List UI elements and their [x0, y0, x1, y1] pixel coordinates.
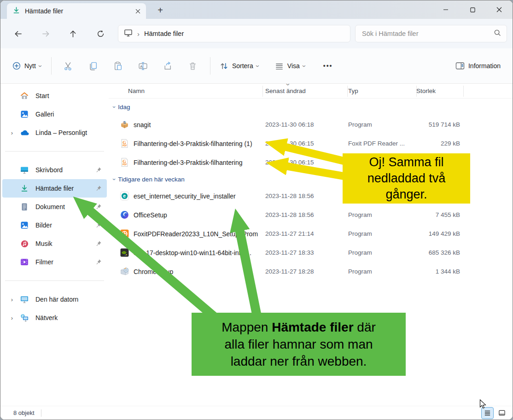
- document-icon: [19, 202, 30, 211]
- desktop-icon: [19, 165, 30, 175]
- sidebar-divider: [5, 280, 104, 281]
- installer-box-icon: [120, 267, 129, 276]
- forward-icon[interactable]: [39, 27, 52, 40]
- column-header-name[interactable]: Namn: [120, 88, 265, 94]
- file-row-snagit[interactable]: S snagit 2023-11-30 06:18 Program 519 71…: [109, 115, 513, 134]
- minimize-button[interactable]: [432, 0, 459, 19]
- column-header-size[interactable]: Storlek: [416, 88, 460, 94]
- sidebar: Start Galleri › Linda – Personligt: [0, 84, 109, 407]
- status-divider: [41, 409, 41, 417]
- file-row-officesetup[interactable]: OfficeSetup 2023-11-28 18:56 Program 7 4…: [109, 205, 513, 224]
- new-button-label: Nytt: [24, 62, 36, 70]
- paste-icon[interactable]: [111, 58, 126, 74]
- copy-icon[interactable]: [86, 58, 101, 74]
- view-button[interactable]: Visa ›: [270, 58, 310, 74]
- pictures-icon: [19, 221, 30, 230]
- gallery-icon: [19, 110, 30, 119]
- tab-bar: Hämtade filer +: [0, 0, 513, 19]
- breadcrumb-chevron-icon[interactable]: ›: [137, 30, 140, 37]
- sidebar-item-musik[interactable]: Musik: [2, 234, 107, 253]
- sidebar-item-hamtade-filer[interactable]: Hämtade filer: [2, 179, 107, 198]
- column-header-date[interactable]: Senast ändrad: [265, 88, 348, 94]
- sidebar-item-onedrive[interactable]: › Linda – Personligt: [2, 123, 107, 142]
- yellow-callout-text: Oj! Samma fil nedladdad två gånger.: [343, 154, 470, 203]
- file-explorer-window: Hämtade filer +: [0, 0, 513, 420]
- home-icon: [19, 91, 30, 100]
- pin-icon: [94, 240, 103, 247]
- navigation-bar: › Hämtade filer: [0, 19, 513, 48]
- more-options-icon[interactable]: •••: [319, 58, 338, 73]
- green-callout-line1: Mappen Hämtade filer där: [192, 319, 406, 336]
- up-icon[interactable]: [66, 27, 79, 40]
- status-bar: 8 objekt: [0, 406, 513, 420]
- green-callout-line3: laddar ner från webben.: [192, 353, 406, 370]
- svg-text:PDF: PDF: [122, 145, 127, 147]
- search-icon[interactable]: [494, 29, 501, 38]
- information-button[interactable]: Information: [451, 58, 505, 74]
- view-button-label: Visa: [287, 62, 300, 70]
- address-bar[interactable]: › Hämtade filer: [118, 25, 350, 42]
- sidebar-item-dokument[interactable]: Dokument: [2, 198, 107, 216]
- this-pc-icon: [19, 295, 30, 304]
- chevron-right-icon[interactable]: ›: [7, 296, 17, 303]
- back-icon[interactable]: [12, 27, 24, 40]
- collapse-chevron-icon[interactable]: ›: [111, 106, 118, 108]
- chevron-right-icon[interactable]: ›: [7, 129, 17, 136]
- chevron-down-icon: ›: [301, 65, 308, 67]
- green-callout: Mappen Hämtade filer där alla filer hamn…: [192, 313, 406, 376]
- tab-hamtade-filer[interactable]: Hämtade filer: [7, 3, 146, 19]
- share-icon[interactable]: [160, 58, 176, 74]
- pdf-file-icon: GPDF: [120, 158, 129, 167]
- videos-icon: [19, 257, 30, 267]
- column-header-type[interactable]: Typ: [348, 88, 416, 94]
- search-box[interactable]: [355, 25, 507, 42]
- svg-text:A: A: [140, 64, 143, 68]
- refresh-icon[interactable]: [94, 27, 107, 40]
- svg-text:PDF: PDF: [122, 163, 127, 166]
- thumbnails-view-button[interactable]: [496, 407, 508, 419]
- tab-close-icon[interactable]: [135, 9, 140, 14]
- office-installer-icon: [120, 210, 129, 220]
- sidebar-item-filmer[interactable]: Filmer: [2, 253, 107, 271]
- eset-installer-icon: e: [120, 191, 129, 201]
- cut-icon[interactable]: [61, 58, 76, 74]
- file-row-chromesetup[interactable]: ChromeSetup 2023-11-27 18:28 Program 1 3…: [109, 262, 513, 281]
- file-row-filhantering-1[interactable]: GPDF Filhantering-del-3-Praktisk-filhant…: [109, 134, 513, 153]
- command-toolbar: Nytt › A Sortera › Visa ›: [0, 48, 513, 84]
- tab-title: Hämtade filer: [25, 7, 131, 15]
- breadcrumb[interactable]: Hämtade filer: [144, 30, 184, 37]
- item-count: 8 objekt: [13, 409, 35, 416]
- network-icon: [19, 313, 30, 322]
- pin-icon: [94, 204, 103, 210]
- green-callout-line2: alla filer hamnar som man: [192, 336, 406, 353]
- this-pc-icon[interactable]: [124, 29, 133, 39]
- chevron-right-icon[interactable]: ›: [7, 315, 17, 321]
- column-headers: › Namn Senast ändrad Typ Storlek: [109, 84, 513, 99]
- file-row-foxit[interactable]: FoxitPDFReader20233_L10N_Setup_Prom 2023…: [109, 224, 513, 243]
- sidebar-item-natverk[interactable]: › Nätverk: [2, 309, 107, 327]
- group-header-idag[interactable]: › Idag: [109, 99, 513, 115]
- sort-button-label: Sortera: [232, 62, 253, 70]
- sidebar-item-galleri[interactable]: Galleri: [2, 105, 107, 123]
- maximize-button[interactable]: [459, 0, 486, 19]
- close-button[interactable]: [486, 0, 513, 19]
- pin-icon: [94, 167, 103, 173]
- rename-icon[interactable]: A: [135, 58, 151, 74]
- new-button[interactable]: Nytt ›: [8, 58, 47, 74]
- downloads-icon: [19, 184, 30, 193]
- downloads-icon: [12, 6, 20, 16]
- sidebar-item-den-har-datorn[interactable]: › Den här datorn: [2, 290, 107, 309]
- file-row-nvidia-driver[interactable]: 546.17-desktop-win10-win11-64bit-inter..…: [109, 243, 513, 262]
- toolbar-divider: [51, 57, 52, 75]
- sidebar-item-skrivbord[interactable]: Skrivbord: [2, 161, 107, 179]
- yellow-callout: Oj! Samma fil nedladdad två gånger.: [343, 153, 470, 204]
- search-input[interactable]: [361, 29, 494, 38]
- delete-icon[interactable]: [185, 58, 201, 74]
- foxit-installer-icon: [120, 229, 129, 239]
- nvidia-installer-icon: [120, 248, 129, 257]
- sort-button[interactable]: Sortera ›: [215, 58, 264, 74]
- sidebar-item-start[interactable]: Start: [2, 87, 107, 105]
- collapse-chevron-icon[interactable]: ›: [111, 178, 118, 180]
- new-tab-button[interactable]: +: [152, 3, 168, 17]
- sidebar-item-bilder[interactable]: Bilder: [2, 216, 107, 234]
